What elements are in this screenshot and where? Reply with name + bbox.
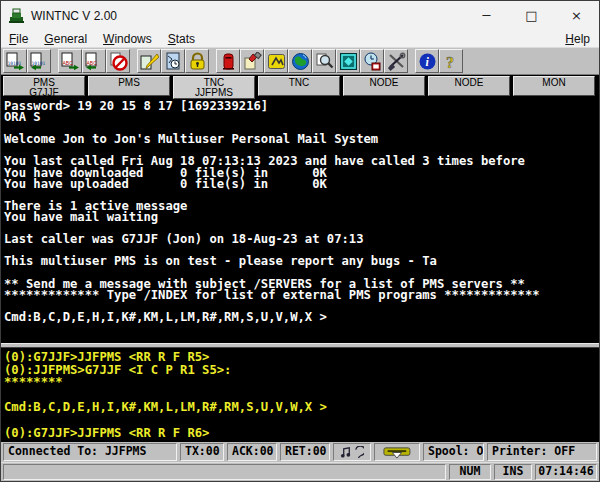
receive-binary-file-button[interactable]: 10101 — [27, 49, 51, 73]
toolbar-separator — [130, 48, 137, 74]
status-ret: RET:00 — [280, 443, 330, 461]
password-lock-button[interactable] — [185, 49, 209, 73]
abort-transfer-button[interactable] — [106, 49, 130, 73]
disk-indicator — [374, 443, 420, 461]
menu-general[interactable]: General — [36, 30, 95, 47]
toolbar-separator — [408, 48, 415, 74]
status-ack: ACK:00 — [227, 443, 277, 461]
menu-file[interactable]: File — [1, 30, 36, 47]
tab-node-2[interactable]: NODE — [428, 76, 510, 96]
clock-calendar-button[interactable] — [360, 49, 384, 73]
tools-button[interactable] — [384, 49, 408, 73]
menu-windows[interactable]: Windows — [95, 30, 160, 47]
warning-sign-icon — [267, 52, 286, 71]
app-typewriter-icon — [8, 8, 25, 24]
session-tab-bar: PMSG7JJF PMS TNCJJFPMS TNC NODE NODE MON — [1, 75, 599, 99]
editor-button[interactable] — [137, 49, 161, 73]
node-view-button[interactable] — [336, 49, 360, 73]
mailbox-icon — [219, 52, 238, 71]
search-magnifier-button[interactable] — [312, 49, 336, 73]
status-spool: Spool: OFF — [423, 443, 484, 461]
help-question-button[interactable]: ? — [439, 49, 463, 73]
edit-pencil-icon — [140, 52, 159, 71]
svg-text:10101: 10101 — [31, 60, 45, 65]
warning-sign-button[interactable] — [264, 49, 288, 73]
mailbox-button[interactable] — [216, 49, 240, 73]
world-globe-button[interactable] — [288, 49, 312, 73]
svg-text:ABC: ABC — [86, 59, 97, 65]
status-tx: TX:00 — [180, 443, 224, 461]
disk-drive-icon — [383, 446, 411, 459]
tools-icon — [387, 52, 406, 71]
status-connected: Connected To: JJFPMS — [3, 443, 177, 461]
send-text-file-icon: ABC — [61, 52, 80, 71]
flashlight-log-button[interactable] — [240, 49, 264, 73]
maximize-button[interactable]: □ — [509, 1, 554, 30]
tab-tnc-jjfpms[interactable]: TNCJJFPMS — [173, 76, 255, 99]
receive-binary-file-icon: 10101 — [30, 52, 49, 71]
status-message-area — [3, 464, 446, 480]
tab-mon[interactable]: MON — [513, 76, 595, 96]
menu-stats[interactable]: Stats — [160, 30, 203, 47]
tab-pms[interactable]: PMS — [88, 76, 170, 96]
info-icon: i — [418, 52, 437, 71]
status-bar: Connected To: JJFPMS TX:00 ACK:00 RET:00… — [1, 442, 599, 462]
globe-icon — [291, 52, 310, 71]
status-printer: Printer: OFF — [487, 443, 597, 461]
close-button[interactable]: × — [554, 1, 599, 30]
menu-help[interactable]: Help — [557, 30, 599, 47]
node-box-icon — [339, 52, 358, 71]
menu-bar: File General Windows Stats Help — [1, 30, 599, 47]
wintnc-window: WINTNC V 2.00 ─ □ × File General Windows… — [0, 0, 600, 482]
terminal-monitor-pane[interactable]: (0):G7JJF>JJFPMS <RR R F R5>(0):JJFPMS>G… — [1, 348, 599, 442]
toolbar-separator — [209, 48, 216, 74]
stop-sign-icon — [109, 52, 128, 71]
send-binary-file-icon: 10101 — [6, 52, 25, 71]
window-title: WINTNC V 2.00 — [31, 9, 117, 23]
info-button[interactable]: i — [415, 49, 439, 73]
flashlight-icon — [243, 52, 262, 71]
sound-indicator — [333, 443, 371, 461]
clipboard-clock-icon — [164, 52, 183, 71]
title-bar: WINTNC V 2.00 ─ □ × — [1, 1, 599, 30]
toolbar: 10101 10101 ABC ABC i ? — [1, 47, 599, 75]
svg-text:ABC: ABC — [62, 59, 73, 65]
send-binary-file-button[interactable]: 10101 — [3, 49, 27, 73]
receive-text-file-button[interactable]: ABC — [82, 49, 106, 73]
terminal-session-pane[interactable]: Password> 19 20 15 8 17 [1692339216]ORA … — [1, 99, 599, 343]
send-text-file-button[interactable]: ABC — [58, 49, 82, 73]
padlock-icon — [188, 52, 207, 71]
toolbar-separator — [51, 48, 58, 74]
tab-tnc[interactable]: TNC — [258, 76, 340, 96]
svg-text:?: ? — [446, 53, 454, 70]
question-mark-icon: ? — [442, 52, 461, 71]
magnifier-icon — [315, 52, 334, 71]
tab-node-1[interactable]: NODE — [343, 76, 425, 96]
status-bar-lower: NUM INS 07:14:46 — [1, 462, 599, 481]
clipboard-clock-button[interactable] — [161, 49, 185, 73]
tab-pms-g7jjf[interactable]: PMSG7JJF — [3, 76, 85, 96]
status-insert: INS — [494, 464, 532, 480]
status-clock: 07:14:46 — [535, 464, 597, 480]
clock-calendar-icon — [363, 52, 382, 71]
music-note-ear-icon — [340, 446, 364, 459]
svg-text:10101: 10101 — [7, 60, 21, 65]
minimize-button[interactable]: ─ — [464, 1, 509, 30]
status-numlock: NUM — [449, 464, 491, 480]
receive-text-file-icon: ABC — [85, 52, 104, 71]
